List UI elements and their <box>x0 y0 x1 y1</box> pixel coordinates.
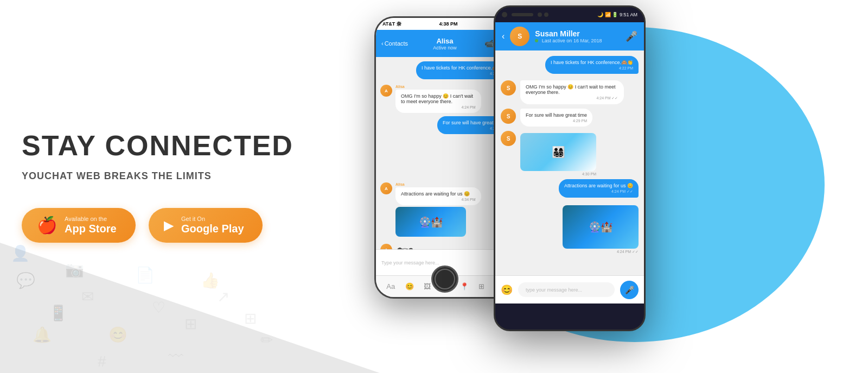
video-icon[interactable]: 📹 <box>484 39 494 48</box>
play-icon: ▶ <box>164 218 174 233</box>
ios-nav-bar: ‹ Contacts Alisa Active now 📹 📞 <box>376 30 514 57</box>
chat-area-back: I have tickets for HK conference.🙈👏 4:22… <box>376 57 514 249</box>
android-msg-image-right: 🎡🏰 4:24 PM ✓✓ <box>563 203 639 254</box>
sensor-1 <box>538 12 542 17</box>
android-nav-info: Susan Miller Last active on 16 Mar, 2018 <box>535 29 620 43</box>
carrier-text: AT&T 奈 <box>382 21 401 28</box>
android-msg-image-1: 👨‍👩‍👧‍👦 4:30 PM <box>520 131 596 176</box>
store-buttons-container: 🍎 Available on the App Store ▶ Get it On… <box>22 208 304 243</box>
toolbar-text-icon[interactable]: Aa <box>386 282 395 290</box>
msg-left-1: A Alisa OMG I'm so happy 😊 I can't wait … <box>380 85 509 114</box>
toolbar-emoji-icon[interactable]: 😊 <box>405 282 414 290</box>
front-sensors <box>538 12 548 17</box>
front-notch <box>502 12 548 17</box>
android-msg-right-2: Attractions are waiting for us 😊 4:24 PM… <box>559 179 639 198</box>
headline: STAY CONNECTED <box>22 130 304 161</box>
android-emoji-btn[interactable]: 😊 <box>501 284 513 296</box>
subheadline: YOUCHAT WEB BREAKS THE LIMITS <box>22 170 304 182</box>
avatar-sticker: A <box>380 244 392 249</box>
android-status-icons: 🌙 📶 🔋 9:51 AM <box>597 12 637 17</box>
phone-front: 🌙 📶 🔋 9:51 AM ‹ S Susan Miller Last acti… <box>494 5 646 331</box>
nav-center: Alisa Active now <box>433 37 457 50</box>
ios-status-bar: AT&T 奈 4:38 PM 📶🔋 <box>376 18 514 30</box>
android-msg-right-1: I have tickets for HK conference.🙈👏 4:22… <box>545 56 639 74</box>
android-msg-left-2: For sure will have great time 4:29 PM <box>520 109 592 127</box>
apple-icon: 🍎 <box>37 216 57 235</box>
android-avatar: S <box>510 27 529 46</box>
back-chevron: ‹ <box>381 40 384 47</box>
nav-back-btn[interactable]: ‹ Contacts <box>381 40 408 47</box>
mic-icon: 🎤 <box>625 286 634 294</box>
android-chat-area: I have tickets for HK conference.🙈👏 4:22… <box>495 50 644 275</box>
appstore-text: Available on the App Store <box>65 216 117 235</box>
android-notch-bar: 🌙 📶 🔋 9:51 AM <box>495 7 644 22</box>
toolbar-location-icon[interactable]: 📍 <box>460 282 469 290</box>
android-mic-btn[interactable]: 🎤 <box>620 281 639 299</box>
time-back: 4:38 PM <box>439 21 457 27</box>
android-back-arrow[interactable]: ‹ <box>502 31 505 41</box>
android-nav-bar: ‹ S Susan Miller Last active on 16 Mar, … <box>495 22 644 50</box>
front-speaker <box>512 13 533 16</box>
msg-left-2: A Alisa Attractions are waiting for us 😊… <box>380 182 509 242</box>
android-msg-left-1: OMG I'm so happy 😊 I can't wait to meet … <box>520 80 624 104</box>
android-left-avatar-2: S <box>501 109 516 124</box>
right-content-section: AT&T 奈 4:38 PM 📶🔋 ‹ Contacts Alisa Activ… <box>326 0 868 373</box>
android-input-bar: 😊 type your message here... 🎤 <box>495 275 644 304</box>
sensor-2 <box>544 12 548 17</box>
status-dot <box>535 39 538 42</box>
appstore-small-text: Available on the <box>65 216 117 222</box>
mic-nav-icon[interactable]: 🎤 <box>626 31 637 42</box>
toolbar-image-icon[interactable]: 🖼 <box>424 282 431 290</box>
contact-name-back: Alisa <box>433 37 457 45</box>
googleplay-large-text: Google Play <box>181 222 244 235</box>
contact-status-front: Last active on 16 Mar, 2018 <box>535 38 620 43</box>
appstore-large-text: App Store <box>65 222 117 235</box>
android-input-field[interactable]: type your message here... <box>518 282 615 297</box>
toolbar-more-icon[interactable]: ⊞ <box>478 282 484 290</box>
android-nav-actions: 🎤 <box>626 30 637 42</box>
googleplay-small-text: Get it On <box>181 216 244 222</box>
googleplay-text: Get it On Google Play <box>181 216 244 235</box>
contact-status-back: Active now <box>433 45 457 50</box>
avatar-alisa: A <box>380 85 392 97</box>
contact-name-front: Susan Miller <box>535 29 620 38</box>
input-placeholder-back: Type your message here... <box>381 260 508 265</box>
googleplay-button[interactable]: ▶ Get it On Google Play <box>149 208 263 243</box>
appstore-button[interactable]: 🍎 Available on the App Store <box>22 208 136 243</box>
msg-sticker: A 🐼 <box>380 244 509 249</box>
screen-back: AT&T 奈 4:38 PM 📶🔋 ‹ Contacts Alisa Activ… <box>376 18 514 297</box>
back-label: Contacts <box>385 40 408 47</box>
home-button[interactable] <box>431 265 458 293</box>
left-content-section: STAY CONNECTED YOUCHAT WEB BREAKS THE LI… <box>0 0 304 373</box>
android-input-placeholder: type your message here... <box>526 287 582 293</box>
avatar-alisa-2: A <box>380 182 392 194</box>
front-camera <box>502 12 507 17</box>
android-left-avatar-3: S <box>501 131 516 146</box>
android-left-avatar-1: S <box>501 80 516 96</box>
